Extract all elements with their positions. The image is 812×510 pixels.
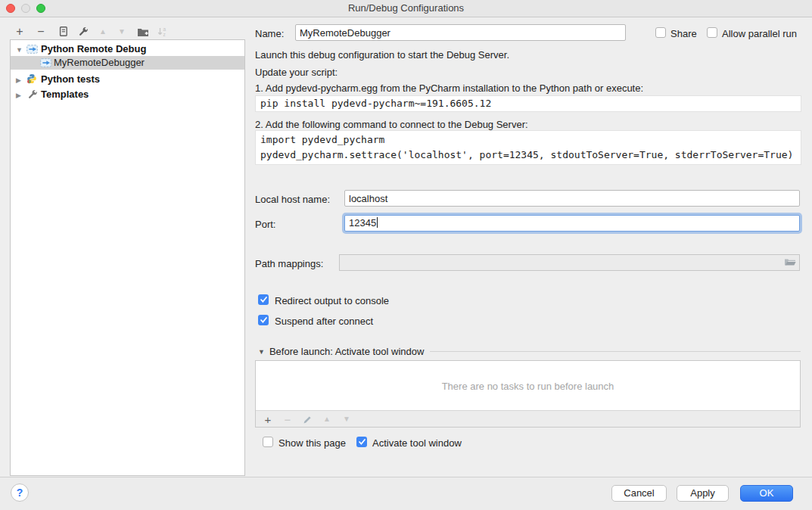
run-config-icon xyxy=(40,58,51,71)
move-task-up-button: ▲ xyxy=(319,412,334,427)
settrace-code-block: import pydevd_pycharm pydevd_pycharm.set… xyxy=(255,130,801,165)
expand-arrow-icon[interactable]: ▶ xyxy=(16,89,21,102)
ok-button[interactable]: OK xyxy=(740,485,793,502)
sort-configurations-button: a z xyxy=(154,24,170,39)
apply-button[interactable]: Apply xyxy=(677,485,729,502)
allow-parallel-run-checkbox[interactable] xyxy=(707,27,717,38)
zoom-window-button[interactable] xyxy=(36,4,45,13)
show-this-page-label: Show this page xyxy=(278,437,346,449)
minus-icon: − xyxy=(285,414,291,425)
suspend-after-connect-checkbox[interactable] xyxy=(258,315,269,325)
local-host-name-label: Local host name: xyxy=(255,194,330,205)
svg-text:a: a xyxy=(163,26,166,32)
task-list-toolbar: + − ▲ ▼ xyxy=(256,410,800,427)
plus-icon: + xyxy=(16,26,23,38)
share-checkbox[interactable] xyxy=(655,27,666,38)
local-host-name-input[interactable] xyxy=(344,190,800,207)
port-label: Port: xyxy=(255,219,275,230)
close-window-button[interactable] xyxy=(6,4,15,13)
tree-item-label[interactable]: MyRemoteDebugger xyxy=(54,56,145,70)
cancel-button[interactable]: Cancel xyxy=(611,485,667,502)
remove-task-button: − xyxy=(280,412,295,427)
step-1-text: 1. Add pydevd-pycharm.egg from the PyCha… xyxy=(255,82,643,94)
tree-item-templates[interactable]: ▶ Templates xyxy=(11,88,244,101)
help-button[interactable]: ? xyxy=(11,484,29,502)
minimize-window-button xyxy=(21,4,30,13)
configurations-tree: ▼ Python Remote Debug MyRemoteDebugger xyxy=(10,39,245,476)
move-up-button: ▲ xyxy=(95,24,110,39)
expand-arrow-icon[interactable]: ▶ xyxy=(16,73,21,87)
new-folder-button[interactable] xyxy=(135,24,151,39)
before-launch-header[interactable]: ▼ Before launch: Activate tool window xyxy=(258,346,801,357)
code-line-2: pydevd_pycharm.settrace('localhost', por… xyxy=(260,149,793,160)
tree-item-label[interactable]: Python tests xyxy=(41,73,100,86)
allow-parallel-run-label: Allow parallel run xyxy=(722,28,797,39)
show-this-page-checkbox[interactable] xyxy=(263,437,273,447)
window-title: Run/Debug Configurations xyxy=(0,0,812,17)
add-configuration-button[interactable]: + xyxy=(12,24,27,39)
path-mappings-field[interactable] xyxy=(339,254,800,271)
share-label: Share xyxy=(670,28,697,39)
up-arrow-icon: ▲ xyxy=(99,28,107,36)
wrench-icon xyxy=(27,89,38,104)
pencil-icon xyxy=(303,415,313,424)
suspend-after-connect-label: Suspend after connect xyxy=(275,316,373,327)
move-down-button: ▼ xyxy=(114,24,129,39)
empty-tasks-message: There are no tasks to run before launch xyxy=(256,381,800,392)
up-arrow-icon: ▲ xyxy=(323,415,331,423)
collapse-arrow-icon[interactable]: ▼ xyxy=(16,43,23,57)
add-task-button[interactable]: + xyxy=(260,412,275,427)
port-value: 12345 xyxy=(349,217,376,229)
tree-item-label[interactable]: Python Remote Debug xyxy=(41,42,146,56)
tree-item-python-tests[interactable]: ▶ Python tests xyxy=(11,73,244,86)
description-line-1: Launch this debug configuration to start… xyxy=(255,49,509,61)
redirect-output-checkbox[interactable] xyxy=(258,294,269,305)
new-folder-icon xyxy=(137,27,149,37)
collapse-arrow-icon[interactable]: ▼ xyxy=(258,348,265,356)
tree-item-label[interactable]: Templates xyxy=(41,88,89,101)
browse-folder-icon[interactable] xyxy=(784,257,796,269)
wrench-icon xyxy=(78,26,89,37)
down-arrow-icon: ▼ xyxy=(343,415,350,423)
title-bar: Run/Debug Configurations xyxy=(0,0,812,17)
text-caret xyxy=(377,217,378,228)
activate-tool-window-label: Activate tool window xyxy=(372,437,462,449)
plus-icon: + xyxy=(265,414,272,425)
activate-tool-window-checkbox[interactable] xyxy=(356,437,367,447)
pip-install-code-block: pip install pydevd-pycharm~=191.6605.12 xyxy=(255,95,801,112)
redirect-output-label: Redirect output to console xyxy=(275,295,389,306)
svg-text:z: z xyxy=(163,32,165,37)
description-line-2: Update your script: xyxy=(255,67,338,78)
header-rule xyxy=(430,351,801,352)
code-line-1: import pydevd_pycharm xyxy=(260,134,384,145)
python-icon xyxy=(26,73,37,88)
edit-task-button xyxy=(300,412,315,427)
remove-configuration-button[interactable]: − xyxy=(33,24,48,39)
port-input[interactable]: 12345 xyxy=(344,215,800,232)
name-input[interactable] xyxy=(295,24,626,41)
down-arrow-icon: ▼ xyxy=(118,28,126,36)
step-2-text: 2. Add the following command to connect … xyxy=(255,119,528,130)
copy-icon xyxy=(58,26,67,37)
before-launch-title: Before launch: Activate tool window xyxy=(269,346,425,357)
copy-configuration-button[interactable] xyxy=(54,24,70,39)
edit-defaults-button[interactable] xyxy=(76,24,91,39)
path-mappings-label: Path mappings: xyxy=(255,258,323,269)
name-label: Name: xyxy=(255,28,284,39)
before-launch-task-list: There are no tasks to run before launch … xyxy=(255,360,801,428)
minus-icon: − xyxy=(37,26,44,38)
run-debug-configurations-dialog: Run/Debug Configurations + − ▲ ▼ a z ▼ xyxy=(0,0,812,510)
move-task-down-button: ▼ xyxy=(339,412,354,427)
tree-item-myremotedebugger-selected[interactable]: MyRemoteDebugger xyxy=(11,56,244,70)
sort-az-icon: a z xyxy=(157,26,168,37)
tree-item-python-remote-debug[interactable]: ▼ Python Remote Debug xyxy=(11,42,244,56)
